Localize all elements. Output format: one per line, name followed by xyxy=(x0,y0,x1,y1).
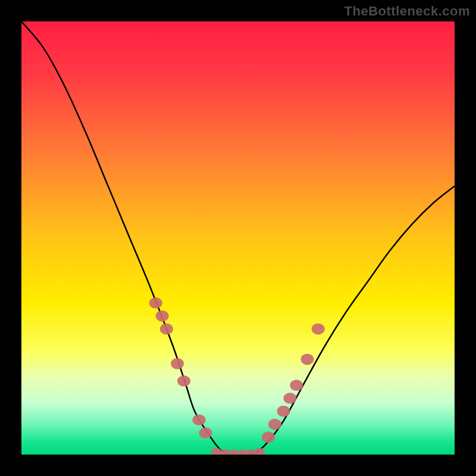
data-marker xyxy=(277,406,290,417)
data-marker xyxy=(290,380,303,391)
gradient-background xyxy=(21,21,455,455)
data-marker xyxy=(177,375,190,387)
data-marker xyxy=(312,324,325,335)
data-marker xyxy=(262,432,275,443)
data-marker xyxy=(171,358,184,369)
data-marker xyxy=(156,311,169,322)
data-marker xyxy=(160,324,173,335)
data-marker xyxy=(283,393,296,404)
watermark-text: TheBottleneck.com xyxy=(345,4,470,19)
data-marker xyxy=(199,427,212,439)
data-marker xyxy=(149,298,162,309)
plot-area xyxy=(21,21,455,455)
chart-container: TheBottleneck.com xyxy=(0,0,476,476)
data-marker xyxy=(192,414,205,425)
data-marker xyxy=(300,353,314,365)
data-marker xyxy=(268,419,281,430)
chart-svg xyxy=(21,21,455,455)
